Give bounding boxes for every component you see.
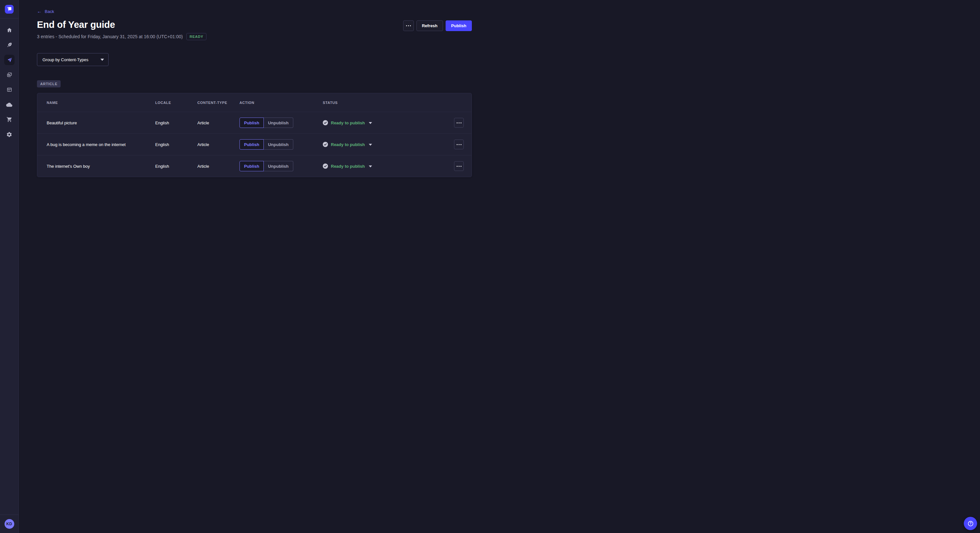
table-header-row: NAME LOCALE CONTENT-TYPE ACTION STATUS: [37, 93, 471, 112]
sidebar-item-content-manager[interactable]: [0, 38, 19, 52]
col-header-status: STATUS: [323, 101, 444, 105]
check-circle-icon: [323, 163, 328, 169]
row-more-button[interactable]: [454, 161, 464, 171]
sidebar-item-marketplace[interactable]: [0, 112, 19, 127]
subtitle-row: 3 entries - Scheduled for Friday, Januar…: [37, 33, 207, 40]
entries-table: NAME LOCALE CONTENT-TYPE ACTION STATUS B…: [37, 93, 472, 177]
group-by-label: Group by Content-Types: [43, 57, 89, 62]
page-header: End of Year guide 3 entries - Scheduled …: [37, 20, 472, 40]
back-label: Back: [45, 9, 54, 14]
title-block: End of Year guide 3 entries - Scheduled …: [37, 20, 207, 40]
publish-option-button[interactable]: Publish: [240, 139, 264, 150]
entry-name: A bug is becoming a meme on the internet: [47, 142, 155, 147]
status-badge: READY: [186, 33, 207, 40]
entry-locale: English: [155, 164, 197, 169]
entry-content-type: Article: [197, 142, 240, 147]
header-actions: Refresh Publish: [403, 21, 472, 31]
logo-section: [0, 0, 19, 19]
chevron-down-icon: [100, 59, 104, 61]
more-horizontal-icon: [406, 25, 411, 26]
action-toggle: Publish Unpublish: [240, 139, 323, 150]
back-arrow-icon: ←: [37, 9, 42, 14]
release-subtitle: 3 entries - Scheduled for Friday, Januar…: [37, 34, 183, 39]
images-icon: [6, 72, 12, 78]
publish-option-button[interactable]: Publish: [240, 117, 264, 128]
action-toggle: Publish Unpublish: [240, 117, 323, 128]
sidebar-item-releases[interactable]: [0, 52, 19, 67]
sidebar-item-settings[interactable]: [0, 127, 19, 142]
entry-content-type: Article: [197, 164, 240, 169]
chevron-down-icon: [369, 144, 372, 146]
entry-name: The internet's Own boy: [47, 164, 155, 169]
content-type-group-badge: ARTICLE: [37, 80, 60, 87]
row-more-button[interactable]: [454, 118, 464, 128]
entry-status-label: Ready to publish: [331, 121, 365, 125]
more-horizontal-icon: [457, 122, 461, 124]
entry-content-type: Article: [197, 121, 240, 125]
feather-icon: [6, 42, 12, 48]
layout-icon: [6, 87, 12, 93]
gear-icon: [6, 132, 12, 138]
more-options-button[interactable]: [403, 21, 414, 31]
entry-status[interactable]: Ready to publish: [323, 142, 444, 147]
sidebar-nav: [0, 19, 19, 142]
unpublish-option-button[interactable]: Unpublish: [264, 161, 293, 171]
table-row: The internet's Own boy English Article P…: [37, 155, 471, 177]
more-horizontal-icon: [457, 166, 461, 167]
entry-status[interactable]: Ready to publish: [323, 120, 444, 125]
entry-status[interactable]: Ready to publish: [323, 163, 444, 169]
row-more-button[interactable]: [454, 140, 464, 149]
unpublish-option-button[interactable]: Unpublish: [264, 139, 293, 150]
action-toggle: Publish Unpublish: [240, 161, 323, 171]
entry-locale: English: [155, 121, 197, 125]
entry-status-label: Ready to publish: [331, 164, 365, 169]
col-header-locale: LOCALE: [155, 101, 197, 105]
refresh-button[interactable]: Refresh: [417, 21, 443, 31]
chevron-down-icon: [369, 165, 372, 167]
page-title: End of Year guide: [37, 20, 207, 30]
table-row: Beautiful picture English Article Publis…: [37, 112, 471, 133]
main-content: ← Back End of Year guide 3 entries - Sch…: [19, 0, 490, 177]
paper-plane-icon: [6, 57, 12, 63]
publish-release-button[interactable]: Publish: [445, 21, 472, 31]
sidebar-item-cloud[interactable]: [0, 97, 19, 112]
strapi-logo-icon[interactable]: [5, 5, 14, 14]
check-circle-icon: [323, 142, 328, 147]
sidebar-item-home[interactable]: [0, 23, 19, 38]
sidebar-item-media-library[interactable]: [0, 67, 19, 82]
cart-icon: [6, 117, 12, 122]
sidebar-item-content-type-builder[interactable]: [0, 82, 19, 97]
unpublish-option-button[interactable]: Unpublish: [264, 117, 293, 128]
check-circle-icon: [323, 120, 328, 125]
group-by-select[interactable]: Group by Content-Types: [37, 53, 108, 66]
chevron-down-icon: [369, 122, 372, 124]
entry-locale: English: [155, 142, 197, 147]
publish-option-button[interactable]: Publish: [240, 161, 264, 171]
col-header-content-type: CONTENT-TYPE: [197, 101, 240, 105]
col-header-action: ACTION: [240, 101, 323, 105]
col-header-name: NAME: [47, 101, 155, 105]
entry-status-label: Ready to publish: [331, 142, 365, 147]
back-link[interactable]: ← Back: [37, 9, 54, 14]
sidebar: KD: [0, 0, 19, 266]
home-icon: [6, 27, 12, 33]
cloud-icon: [6, 102, 12, 108]
table-row: A bug is becoming a meme on the internet…: [37, 133, 471, 155]
more-horizontal-icon: [457, 144, 461, 145]
entry-name: Beautiful picture: [47, 121, 155, 125]
